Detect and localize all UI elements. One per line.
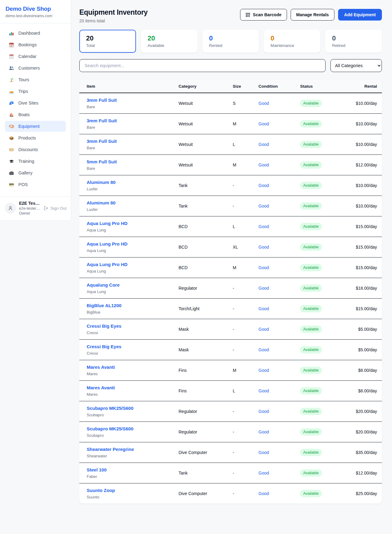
sidebar-item-boats[interactable]: Boats [5,109,66,120]
item-link[interactable]: 3mm Full Suit [87,97,179,103]
category-cell: Dive Computer [179,442,233,463]
sidebar-item-dive-sites[interactable]: Dive Sites [5,97,66,109]
condition-link[interactable]: Good [258,183,269,188]
condition-link[interactable]: Good [258,471,269,475]
status-cell: Available [300,134,343,155]
stat-card-maintenance[interactable]: 0Maintenance [264,30,320,53]
sidebar-item-discounts[interactable]: Discounts [5,144,66,155]
condition-link[interactable]: Good [258,101,269,106]
status-badge: Available [300,161,322,169]
status-badge: Available [300,469,322,477]
item-link[interactable]: Cressi Big Eyes [87,344,179,350]
item-link[interactable]: Aqua Lung Pro HD [87,220,179,227]
scan-barcode-button[interactable]: Scan Barcode [240,9,287,21]
condition-link[interactable]: Good [258,429,269,434]
item-brand: Aqua Lung [87,289,179,294]
item-link[interactable]: Aqua Lung Pro HD [87,261,179,268]
sidebar-item-label: Tours [18,77,29,82]
condition-link[interactable]: Good [258,286,269,291]
item-link[interactable]: Suunto Zoop [87,487,179,494]
condition-link[interactable]: Good [258,265,269,270]
item-link[interactable]: Cressi Big Eyes [87,323,179,329]
condition-link[interactable]: Good [258,327,269,332]
item-link[interactable]: BigBlue AL1200 [87,303,179,309]
item-link[interactable]: 5mm Full Suit [87,159,179,165]
stat-card-retired[interactable]: 0Retired [325,30,382,53]
status-badge: Available [300,428,322,436]
table-row: Aqua Lung Pro HDAqua LungBCDLGoodAvailab… [79,216,382,237]
condition-link[interactable]: Good [258,450,269,455]
condition-link[interactable]: Good [258,491,269,496]
item-brand: Cressi [87,351,179,356]
sidebar-item-dashboard[interactable]: Dashboard [5,28,66,39]
status-cell: Available [300,299,343,319]
item-link[interactable]: Aqua Lung Pro HD [87,241,179,247]
item-brand: Luxfer [87,186,179,192]
category-cell: Fins [179,360,233,381]
item-link[interactable]: Scubapro MK25/S600 [87,426,179,432]
sidebar-item-pos[interactable]: POS [5,179,66,190]
condition-link[interactable]: Good [258,142,269,147]
item-link[interactable]: Shearwater Peregrine [87,446,179,452]
stat-card-available[interactable]: 20Available [141,30,198,53]
status-cell: Available [300,237,343,257]
condition-link[interactable]: Good [258,121,269,126]
condition-link[interactable]: Good [258,409,269,414]
size-cell: - [233,278,258,299]
condition-link[interactable]: Good [258,162,269,167]
sidebar-item-tours[interactable]: Tours [5,74,66,85]
condition-cell: Good [258,216,300,237]
condition-link[interactable]: Good [258,388,269,393]
item-link[interactable]: Mares Avanti [87,364,179,370]
item-link[interactable]: Aluminum 80 [87,179,179,185]
condition-link[interactable]: Good [258,245,269,250]
status-cell: Available [300,93,343,114]
item-cell: Aqua Lung Pro HDAqua Lung [79,216,179,237]
button-label: Add Equipment [344,12,376,17]
sidebar-item-calendar[interactable]: Calendar [5,51,66,62]
sidebar-item-equipment[interactable]: Equipment [5,121,66,132]
sidebar-item-training[interactable]: Training [5,156,66,167]
condition-link[interactable]: Good [258,306,269,311]
condition-cell: Good [258,155,300,175]
condition-link[interactable]: Good [258,204,269,208]
status-badge: Available [300,141,322,148]
size-cell: - [233,442,258,463]
manage-rentals-button[interactable]: Manage Rentals [291,9,334,21]
item-link[interactable]: Aqualung Core [87,282,179,288]
rental-price: $5.00/day [343,319,382,340]
category-select[interactable]: All Categories [330,59,382,72]
sidebar-item-products[interactable]: Products [5,132,66,143]
size-cell: - [233,483,258,504]
item-cell: Shearwater PeregrineShearwater [79,442,179,463]
sidebar-item-bookings[interactable]: 17Bookings [5,39,66,50]
status-cell: Available [300,442,343,463]
item-link[interactable]: Aluminum 80 [87,200,179,206]
item-link[interactable]: 3mm Full Suit [87,138,179,144]
condition-link[interactable]: Good [258,224,269,229]
condition-link[interactable]: Good [258,368,269,373]
item-cell: Aqua Lung Pro HDAqua Lung [79,237,179,257]
sidebar-item-gallery[interactable]: Gallery [5,167,66,178]
page-header: Equipment Inventory 20 items total Scan … [79,8,382,23]
item-brand: Faber [87,474,179,479]
table-row: Cressi Big EyesCressiMask-GoodAvailable$… [79,319,382,340]
item-link[interactable]: Mares Avanti [87,385,179,391]
item-link[interactable]: Scubapro MK25/S600 [87,405,179,411]
sidebar-item-customers[interactable]: Customers [5,63,66,74]
condition-link[interactable]: Good [258,347,269,352]
stat-card-rented[interactable]: 0Rented [202,30,259,53]
search-input[interactable] [79,59,326,72]
column-header-rental: Rental [343,80,382,93]
add-equipment-button[interactable]: Add Equipment [338,9,382,21]
status-badge: Available [300,202,322,210]
sign-out-button[interactable]: Sign Out [43,206,66,211]
brand-name[interactable]: Demo Dive Shop [6,6,65,12]
size-cell: - [233,196,258,216]
item-link[interactable]: 3mm Full Suit [87,118,179,124]
stat-value: 0 [332,34,375,42]
item-link[interactable]: Steel 100 [87,467,179,473]
stat-card-total[interactable]: 20Total [79,30,136,53]
sidebar-item-trips[interactable]: Trips [5,86,66,97]
rental-price: $20.00/day [343,401,382,422]
